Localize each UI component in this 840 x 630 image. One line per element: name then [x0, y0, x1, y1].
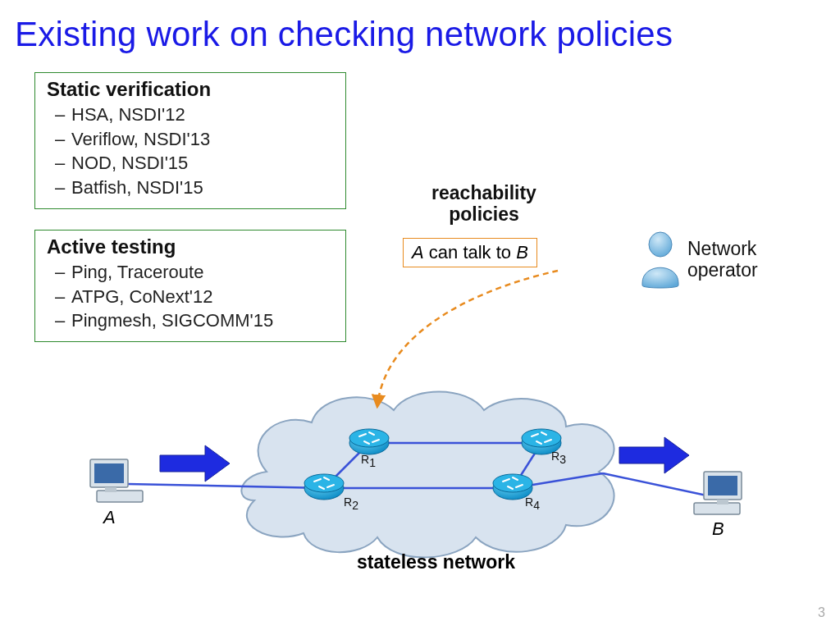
op-line2: operator: [687, 259, 758, 281]
svg-line-1: [603, 473, 722, 499]
svg-rect-21: [694, 503, 740, 514]
svg-line-6: [513, 473, 603, 488]
slide-number: 3: [818, 605, 825, 620]
list-item: Pingmesh, SIGCOMM'15: [75, 308, 334, 333]
svg-line-4: [513, 443, 541, 488]
host-a-label: A: [103, 507, 116, 528]
static-verification-box: Static verification HSA, NSDI'12 Veriflo…: [34, 72, 346, 209]
policy-box: A can talk to B: [403, 238, 537, 267]
active-testing-box: Active testing Ping, Traceroute ATPG, Co…: [34, 230, 346, 342]
router-r3-label: R3: [551, 450, 566, 466]
svg-point-8: [349, 429, 389, 447]
svg-rect-17: [97, 491, 143, 502]
box1-list: HSA, NSDI'12 Veriflow, NSDI'13 NOD, NSDI…: [75, 103, 334, 200]
box1-title: Static verification: [47, 78, 334, 101]
svg-line-0: [127, 484, 324, 488]
svg-rect-15: [90, 459, 128, 487]
svg-point-9: [304, 477, 344, 500]
list-item: ATPG, CoNext'12: [75, 285, 334, 309]
routers: [304, 429, 561, 500]
op-line1: Network: [687, 238, 756, 259]
policy-a: A: [412, 242, 424, 262]
policy-b: B: [516, 242, 528, 262]
svg-rect-19: [704, 472, 742, 500]
box2-list: Ping, Traceroute ATPG, CoNext'12 Pingmes…: [75, 260, 334, 333]
flow-arrow-right: [619, 437, 689, 473]
policy-mid: can talk to: [424, 242, 517, 262]
router-r4-label: R4: [525, 495, 540, 512]
slide-title: Existing work on checking network polici…: [0, 0, 840, 54]
reachability-label: reachability policies: [418, 182, 550, 226]
list-item: Veriflow, NSDI'13: [75, 127, 334, 152]
host-b-icon: [694, 472, 742, 514]
svg-rect-16: [94, 463, 124, 483]
router-r1: [349, 429, 389, 454]
host-a-icon: [90, 459, 143, 502]
flow-arrow-left: [160, 445, 230, 482]
svg-rect-18: [105, 487, 116, 492]
svg-point-14: [493, 474, 532, 492]
host-b-label: B: [712, 518, 724, 540]
list-item: Batfish, NSDI'15: [75, 176, 334, 200]
reach-line2: policies: [449, 203, 519, 225]
router-r2: [304, 474, 344, 500]
network-label: stateless network: [357, 551, 515, 573]
svg-rect-20: [708, 476, 737, 495]
router-r1-label: R1: [361, 453, 376, 469]
operator-icon: [642, 232, 678, 288]
operator-label: Network operator: [687, 238, 758, 281]
list-item: HSA, NSDI'12: [75, 103, 334, 127]
list-item: Ping, Traceroute: [75, 260, 334, 285]
router-r2-label: R2: [344, 495, 358, 512]
cloud-shape: [241, 392, 614, 558]
network-links: [127, 443, 722, 499]
box2-title: Active testing: [47, 235, 334, 258]
svg-point-12: [522, 429, 561, 447]
list-item: NOD, NSDI'15: [75, 151, 334, 176]
policy-arrow: [377, 271, 558, 406]
svg-point-23: [649, 232, 672, 257]
svg-rect-22: [717, 500, 728, 504]
reach-line1: reachability: [431, 182, 536, 203]
svg-point-7: [349, 431, 389, 454]
svg-point-10: [304, 474, 344, 492]
